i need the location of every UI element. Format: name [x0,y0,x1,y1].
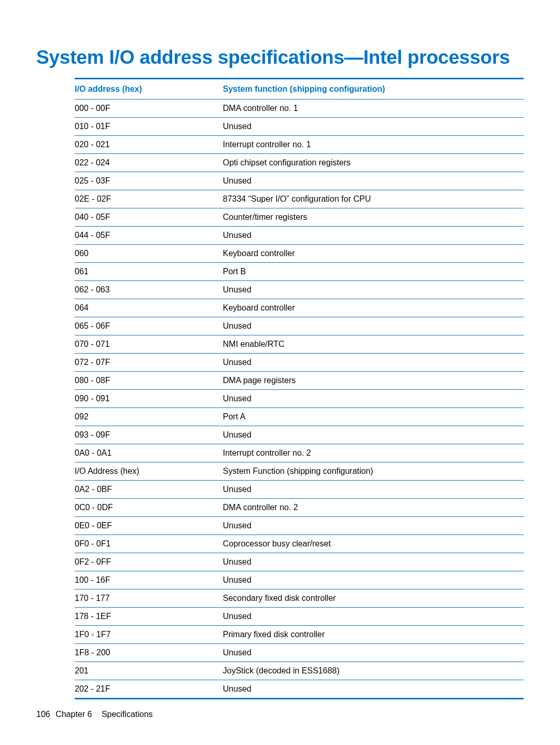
cell-io-address: 202 - 21F [75,680,223,699]
table-row: 0A0 - 0A1Interrupt controller no. 2 [75,444,524,462]
table-row: 064Keyboard controller [75,299,524,317]
cell-io-address: 025 - 03F [75,172,223,190]
document-page: System I/O address specifications—Intel … [0,0,560,699]
table-row: 1F8 - 200Unused [75,644,524,662]
cell-system-function: DMA controller no. 2 [223,499,524,517]
cell-io-address: 0C0 - 0DF [75,499,223,517]
cell-io-address: 090 - 091 [75,390,223,408]
cell-io-address: 065 - 06F [75,317,223,335]
table-row: 090 - 091Unused [75,390,524,408]
cell-io-address: 0A2 - 0BF [75,481,223,499]
cell-io-address: 0E0 - 0EF [75,517,223,535]
cell-system-function: System Function (shipping configuration) [223,462,524,481]
cell-system-function: Secondary fixed disk controller [223,589,524,608]
table-row: 010 - 01FUnused [75,118,524,136]
cell-system-function: Unused [223,227,524,245]
cell-io-address: 170 - 177 [75,589,223,608]
cell-system-function: Unused [223,426,524,444]
cell-system-function: Unused [223,172,524,190]
cell-io-address: 080 - 08F [75,372,223,390]
cell-io-address: 1F0 - 1F7 [75,626,223,644]
cell-system-function: Unused [223,354,524,372]
table-header-row: I/O address (hex) System function (shipp… [75,79,524,100]
cell-system-function: Unused [223,390,524,408]
table-row: 0E0 - 0EFUnused [75,517,524,535]
cell-system-function: Unused [223,281,524,299]
cell-io-address: 0F2 - 0FF [75,553,223,571]
cell-system-function: Unused [223,553,524,571]
table-row: 044 - 05FUnused [75,227,524,245]
cell-system-function: Unused [223,571,524,589]
cell-system-function: Coprocessor busy clear/reset [223,535,524,553]
cell-system-function: Unused [223,608,524,626]
cell-system-function: Counter/timer registers [223,208,524,227]
cell-io-address: 040 - 05F [75,208,223,227]
cell-io-address: 062 - 063 [75,281,223,299]
io-address-table: I/O address (hex) System function (shipp… [75,78,524,699]
table-row: 093 - 09FUnused [75,426,524,444]
table-row: 0F0 - 0F1Coprocessor busy clear/reset [75,535,524,553]
cell-io-address: 044 - 05F [75,227,223,245]
table-row: 061Port B [75,263,524,281]
section-name: Specifications [102,710,153,719]
page-title: System I/O address specifications—Intel … [36,47,524,68]
cell-io-address: 02E - 02F [75,190,223,208]
cell-io-address: 060 [75,245,223,263]
table-row: 060Keyboard controller [75,245,524,263]
cell-system-function: Unused [223,481,524,499]
cell-io-address: 201 [75,662,223,680]
page-number: 106 [36,710,50,719]
cell-io-address: 000 - 00F [75,100,223,118]
cell-system-function: Port A [223,408,524,426]
cell-io-address: 093 - 09F [75,426,223,444]
cell-system-function: Unused [223,317,524,335]
cell-system-function: Unused [223,644,524,662]
cell-system-function: Keyboard controller [223,245,524,263]
table-row: 025 - 03FUnused [75,172,524,190]
cell-io-address: 072 - 07F [75,354,223,372]
cell-io-address: 1F8 - 200 [75,644,223,662]
table-row: 070 - 071NMI enable/RTC [75,335,524,354]
page-footer: 106 Chapter 6 Specifications [36,710,153,719]
table-row: 1F0 - 1F7Primary fixed disk controller [75,626,524,644]
table-row: 178 - 1EFUnused [75,608,524,626]
cell-io-address: 070 - 071 [75,335,223,354]
cell-io-address: 061 [75,263,223,281]
cell-system-function: NMI enable/RTC [223,335,524,354]
table-row: 170 - 177Secondary fixed disk controller [75,589,524,608]
cell-io-address: 064 [75,299,223,317]
cell-io-address: 0F0 - 0F1 [75,535,223,553]
table-row: 201JoyStick (decoded in ESS1688) [75,662,524,680]
cell-io-address: 092 [75,408,223,426]
cell-system-function: DMA page registers [223,372,524,390]
cell-io-address: 178 - 1EF [75,608,223,626]
table-row: 0C0 - 0DFDMA controller no. 2 [75,499,524,517]
table-row: 062 - 063Unused [75,281,524,299]
chapter-label: Chapter 6 [55,710,92,719]
table-row: 065 - 06FUnused [75,317,524,335]
cell-io-address: I/O Address (hex) [75,462,223,481]
cell-system-function: Unused [223,517,524,535]
table-row: 02E - 02F87334 “Super I/O” configuration… [75,190,524,208]
table-row: 080 - 08FDMA page registers [75,372,524,390]
cell-system-function: 87334 “Super I/O” configuration for CPU [223,190,524,208]
cell-system-function: JoyStick (decoded in ESS1688) [223,662,524,680]
cell-system-function: Keyboard controller [223,299,524,317]
cell-system-function: Unused [223,680,524,699]
header-io-address: I/O address (hex) [75,79,223,100]
table-row: 202 - 21FUnused [75,680,524,699]
cell-system-function: Opti chipset configuration registers [223,154,524,172]
table-row: I/O Address (hex)System Function (shippi… [75,462,524,481]
cell-system-function: Unused [223,118,524,136]
cell-system-function: DMA controller no. 1 [223,100,524,118]
table-row: 0F2 - 0FFUnused [75,553,524,571]
table-row: 040 - 05FCounter/timer registers [75,208,524,227]
cell-io-address: 020 - 021 [75,136,223,154]
cell-io-address: 0A0 - 0A1 [75,444,223,462]
table-row: 092Port A [75,408,524,426]
table-row: 022 - 024Opti chipset configuration regi… [75,154,524,172]
cell-io-address: 022 - 024 [75,154,223,172]
table-row: 0A2 - 0BFUnused [75,481,524,499]
table-row: 100 - 16FUnused [75,571,524,589]
cell-io-address: 010 - 01F [75,118,223,136]
